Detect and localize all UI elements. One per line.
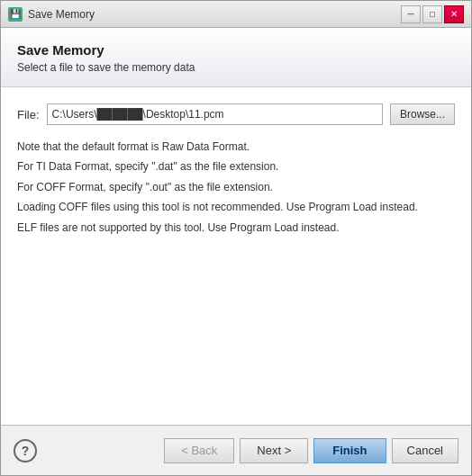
close-button[interactable]: ✕ <box>444 5 464 23</box>
note-line-1: Note that the default format is Raw Data… <box>17 138 455 156</box>
window-icon: 💾 <box>8 7 23 22</box>
footer-left: ? <box>14 439 37 463</box>
title-bar-left: 💾 Save Memory <box>8 7 95 22</box>
content-area: Save Memory Select a file to save the me… <box>1 28 471 475</box>
title-bar: 💾 Save Memory ─ □ ✕ <box>1 1 471 28</box>
title-bar-controls: ─ □ ✕ <box>401 5 464 23</box>
note-line-4: Loading COFF files using this tool is no… <box>17 198 455 216</box>
page-title: Save Memory <box>17 42 455 58</box>
next-button[interactable]: Next > <box>240 438 308 463</box>
browse-button[interactable]: Browse... <box>390 103 455 125</box>
footer: ? < Back Next > Finish Cancel <box>1 425 471 475</box>
maximize-button[interactable]: □ <box>422 5 442 23</box>
main-content: File: Browse... Note that the default fo… <box>1 87 471 425</box>
note-line-3: For COFF Format, specify ".out" as the f… <box>17 178 455 196</box>
page-subtitle: Select a file to save the memory data <box>17 61 455 74</box>
file-input[interactable] <box>47 103 383 125</box>
header-section: Save Memory Select a file to save the me… <box>1 28 471 87</box>
file-row: File: Browse... <box>17 103 455 125</box>
file-label: File: <box>17 108 40 121</box>
back-button[interactable]: < Back <box>164 438 234 463</box>
notes-section: Note that the default format is Raw Data… <box>17 138 455 237</box>
minimize-button[interactable]: ─ <box>401 5 421 23</box>
save-memory-window: 💾 Save Memory ─ □ ✕ Save Memory Select a… <box>0 0 472 476</box>
note-line-5: ELF files are not supported by this tool… <box>17 219 455 237</box>
help-button[interactable]: ? <box>14 439 37 463</box>
footer-right: < Back Next > Finish Cancel <box>164 438 458 463</box>
finish-button[interactable]: Finish <box>313 438 386 463</box>
note-line-2: For TI Data Format, specify ".dat" as th… <box>17 157 455 175</box>
cancel-button[interactable]: Cancel <box>392 438 458 463</box>
window-title: Save Memory <box>28 8 95 21</box>
